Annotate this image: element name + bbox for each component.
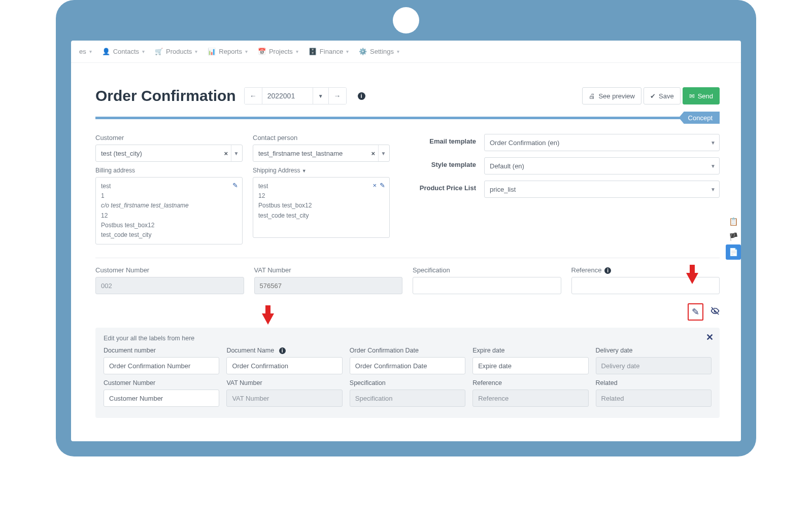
flag-tab[interactable]: 🏴: [726, 229, 741, 244]
doc-number-input[interactable]: [104, 357, 219, 374]
nav-projects[interactable]: 📅 Projects ▾: [253, 41, 303, 62]
vat-label: VAT Number: [254, 266, 403, 274]
customer-number-input: [95, 277, 244, 294]
send-button[interactable]: ✉ Send: [683, 87, 720, 104]
nav-truncated[interactable]: es ▾: [74, 41, 97, 62]
chevron-down-icon[interactable]: ▼: [708, 134, 719, 151]
chevron-down-icon: ▾: [245, 49, 248, 54]
chevron-down-icon[interactable]: ▼: [378, 145, 389, 161]
header-actions: 🖨 See preview ✔ Save ✉ Send: [582, 87, 720, 104]
chevron-down-icon[interactable]: ▼: [708, 158, 719, 174]
save-button[interactable]: ✔ Save: [644, 87, 681, 104]
ref-input[interactable]: [472, 390, 588, 407]
delivery-input[interactable]: [596, 357, 712, 374]
hide-icon[interactable]: [710, 306, 720, 318]
price-list-select[interactable]: price_list ▼: [484, 181, 720, 198]
chevron-down-icon[interactable]: ▼: [231, 145, 242, 161]
shipping-label: Shipping Address ▼: [253, 167, 390, 174]
top-grid: Customer test (test_city) × ▼ Billing ad…: [95, 134, 720, 244]
spec-input[interactable]: [350, 390, 465, 407]
info-row: Customer Number VAT Number Specification…: [95, 266, 720, 294]
specification-label: Specification: [413, 266, 561, 274]
chart-icon: 📊: [208, 48, 216, 55]
stack-icon: 🗄️: [309, 48, 317, 55]
status-progress: Concept: [95, 112, 720, 127]
nav-settings[interactable]: ⚙️ Settings ▾: [354, 41, 404, 62]
close-labels-panel[interactable]: ✕: [706, 332, 714, 343]
contact-block: Contact person test_firstname test_lastn…: [253, 134, 390, 244]
nav-finance[interactable]: 🗄️ Finance ▾: [303, 41, 354, 62]
expire-input[interactable]: [472, 357, 588, 374]
doc-number-value[interactable]: 2022001: [262, 88, 313, 104]
check-circle-icon: ✔: [650, 92, 656, 100]
see-preview-button[interactable]: 🖨 See preview: [582, 87, 641, 104]
customer-label: Customer: [95, 134, 243, 142]
doc-number-dropdown[interactable]: ▼: [313, 88, 329, 104]
edit-billing-icon[interactable]: ✎: [232, 181, 238, 191]
related-input[interactable]: [596, 390, 712, 407]
print-icon: 🖨: [589, 92, 595, 100]
billing-line: c/o test_firstname test_lastname: [101, 201, 237, 210]
send-icon: ✉: [689, 92, 695, 100]
edit-shipping-icon[interactable]: ✎: [380, 181, 385, 191]
labels-grid-2: Customer Number VAT Number Specification…: [104, 379, 712, 407]
info-icon[interactable]: i: [358, 92, 365, 100]
price-list-label: Product Price List: [400, 181, 476, 195]
customer-number-label: Customer Number: [95, 266, 244, 274]
doc-name-label: Document Name i: [226, 347, 342, 354]
info-icon[interactable]: i: [279, 347, 286, 354]
billing-address-box: ✎ test 1 c/o test_firstname test_lastnam…: [95, 177, 243, 244]
device-frame: es ▾ 👤 Contacts ▾ 🛒 Products ▾ 📊 Reports…: [56, 0, 756, 456]
order-date-label: Order Confirmation Date: [350, 347, 465, 354]
see-preview-label: See preview: [598, 92, 635, 100]
style-template-select[interactable]: Default (en) ▼: [484, 157, 720, 174]
nav-finance-label: Finance: [320, 48, 343, 55]
nav-projects-label: Projects: [269, 48, 293, 55]
send-label: Send: [698, 92, 713, 100]
vat-input-label[interactable]: [226, 390, 342, 407]
billing-line: 1: [101, 191, 237, 201]
document-tab[interactable]: 📄: [726, 244, 741, 260]
style-template-value: Default (en): [490, 162, 524, 170]
specification-input[interactable]: [413, 277, 561, 294]
chevron-down-icon[interactable]: ▼: [708, 181, 719, 197]
contact-select[interactable]: test_firstname test_lastname × ▼: [253, 145, 390, 162]
customer-value: test (test_city): [101, 150, 142, 157]
labels-panel: ✕ Edit your all the labels from here Doc…: [95, 328, 720, 418]
shipping-address-box: × ✎ test 12 Postbus test_box12 test_code…: [253, 177, 390, 238]
calendar-icon: 📅: [258, 48, 266, 55]
nav-reports-label: Reports: [219, 48, 242, 55]
customer-number-block: Customer Number: [95, 266, 244, 294]
progress-bar: [95, 117, 689, 119]
billing-line: test_code test_city: [101, 230, 237, 240]
info-icon[interactable]: i: [604, 267, 611, 274]
labels-panel-title: Edit your all the labels from here: [104, 335, 712, 342]
next-doc-button[interactable]: →: [329, 88, 346, 104]
doc-name-label-text: Document Name: [226, 347, 274, 354]
customer-select[interactable]: test (test_city) × ▼: [95, 145, 243, 162]
device-camera: [393, 7, 419, 33]
shipping-line: test: [258, 182, 384, 191]
edit-icons-row: ✎: [95, 303, 720, 321]
nav-reports[interactable]: 📊 Reports ▾: [202, 41, 253, 62]
arrow-annotation: [262, 325, 274, 334]
clipboard-tab[interactable]: 📋: [726, 214, 741, 229]
nav-products[interactable]: 🛒 Products ▾: [150, 41, 202, 62]
order-date-input[interactable]: [350, 357, 465, 374]
vat-input[interactable]: [254, 277, 403, 294]
cust-num-input[interactable]: [104, 390, 219, 407]
doc-name-input[interactable]: [226, 357, 342, 374]
nav-settings-label: Settings: [370, 48, 394, 55]
ref-label: Reference: [472, 379, 588, 386]
prev-doc-button[interactable]: ←: [245, 88, 262, 104]
nav-contacts[interactable]: 👤 Contacts ▾: [97, 41, 150, 62]
cart-icon: 🛒: [155, 48, 163, 55]
chevron-down-icon[interactable]: ▼: [302, 168, 307, 173]
clear-shipping-icon[interactable]: ×: [373, 181, 377, 191]
billing-line: test: [101, 182, 237, 191]
clear-contact-icon[interactable]: ×: [368, 150, 378, 157]
vat-block: VAT Number: [254, 266, 403, 294]
email-template-select[interactable]: Order Confirmation (en) ▼: [484, 134, 720, 151]
clear-customer-icon[interactable]: ×: [221, 150, 231, 157]
edit-labels-button[interactable]: ✎: [688, 303, 703, 321]
